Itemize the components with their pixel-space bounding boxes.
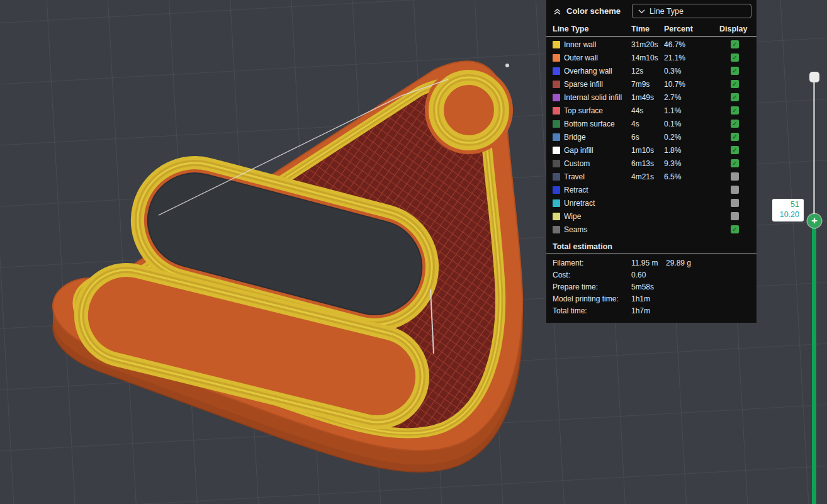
view-type-value: Line Type (650, 7, 684, 16)
estimation-row: Filament: 11.95 m 29.89 g (546, 257, 757, 269)
line-type-percent: 0.1% (664, 120, 719, 128)
line-type-table-header: Line Type Time Percent Display (546, 21, 757, 36)
add-color-change-button[interactable]: + (807, 214, 821, 228)
current-layer-number: 51 (777, 200, 799, 210)
line-type-time: 4s (631, 120, 664, 128)
line-type-percent: 10.7% (664, 80, 719, 89)
line-type-time: 1m49s (631, 93, 664, 102)
line-type-percent: 6.5% (664, 172, 719, 181)
estimation-label: Prepare time: (553, 283, 631, 291)
line-type-swatch (553, 107, 560, 115)
line-type-swatch (553, 67, 560, 75)
estimation-row: Total time: 1h7m (546, 305, 757, 316)
current-layer-height: 10.20 (777, 210, 799, 220)
view-type-dropdown[interactable]: Line Type (632, 4, 751, 18)
line-type-row: Unretract (546, 196, 757, 210)
line-type-label: Sparse infill (564, 80, 631, 89)
line-type-row: Bridge 6s 0.2% (546, 130, 757, 143)
line-type-time: 14m10s (631, 53, 664, 62)
line-type-time: 44s (631, 106, 664, 115)
estimation-value-2: 29.89 g (666, 259, 750, 267)
header-display: Display (719, 25, 750, 33)
line-type-percent: 1.8% (664, 146, 719, 155)
total-estimation-body: Filament: 11.95 m 29.89 g Cost: 0.60 Pre… (546, 257, 757, 316)
estimation-label: Model printing time: (553, 294, 631, 303)
display-checkbox[interactable] (731, 186, 739, 194)
total-estimation-title: Total estimation (546, 236, 757, 254)
estimation-value: 1h7m (631, 306, 666, 315)
line-type-label: Travel (564, 172, 631, 181)
estimation-row: Cost: 0.60 (546, 269, 757, 281)
line-type-swatch (553, 81, 560, 88)
line-type-label: Gap infill (564, 146, 631, 155)
display-checkbox[interactable] (731, 199, 739, 207)
display-checkbox[interactable] (731, 67, 739, 75)
estimation-value: 5m58s (631, 283, 666, 291)
line-type-label: Wipe (564, 212, 631, 221)
line-type-label: Retract (564, 186, 631, 194)
line-type-label: Outer wall (564, 53, 631, 62)
estimation-label: Filament: (553, 259, 631, 267)
line-type-percent: 1.1% (664, 106, 719, 115)
display-checkbox[interactable] (731, 212, 739, 220)
header-line-type: Line Type (553, 25, 631, 33)
layer-indicator: 51 10.20 (772, 199, 804, 221)
display-checkbox[interactable] (731, 172, 739, 181)
line-type-row: Custom 6m13s 9.3% (546, 157, 757, 170)
line-type-row: Outer wall 14m10s 21.1% (546, 51, 757, 64)
display-checkbox[interactable] (731, 80, 739, 88)
line-type-swatch (553, 226, 560, 233)
color-scheme-panel: Color scheme Line Type Line Type Time Pe… (546, 0, 757, 323)
line-type-swatch (553, 133, 560, 141)
line-type-row: Retract (546, 183, 757, 196)
line-type-swatch (553, 186, 560, 194)
line-type-row: Bottom surface 4s 0.1% (546, 117, 757, 130)
display-checkbox[interactable] (731, 133, 739, 141)
line-type-percent: 0.3% (664, 67, 719, 76)
layer-slider-fill (812, 221, 816, 504)
line-type-row: Gap infill 1m10s 1.8% (546, 143, 757, 157)
line-type-label: Inner wall (564, 40, 631, 49)
line-type-label: Unretract (564, 199, 631, 208)
line-type-time: 1m10s (631, 146, 664, 155)
display-checkbox[interactable] (731, 225, 739, 233)
display-checkbox[interactable] (731, 120, 739, 128)
line-type-swatch (553, 160, 560, 167)
line-type-row: Wipe (546, 210, 757, 223)
line-type-time: 7m9s (631, 80, 664, 89)
layer-slider-upper-handle[interactable] (809, 72, 819, 82)
line-type-swatch (553, 120, 560, 128)
line-type-time: 6s (631, 133, 664, 142)
line-type-time: 6m13s (631, 159, 664, 168)
line-type-label: Bottom surface (564, 120, 631, 128)
display-checkbox[interactable] (731, 146, 739, 154)
estimation-label: Total time: (553, 306, 631, 315)
line-type-time: 12s (631, 67, 664, 76)
estimation-value: 0.60 (631, 271, 666, 279)
display-checkbox[interactable] (731, 106, 739, 115)
line-type-swatch (553, 41, 560, 48)
display-checkbox[interactable] (731, 53, 739, 62)
line-type-row: Sparse infill 7m9s 10.7% (546, 77, 757, 91)
panel-header: Color scheme Line Type (546, 0, 757, 21)
line-type-row: Travel 4m21s 6.5% (546, 170, 757, 183)
display-checkbox[interactable] (731, 40, 739, 48)
line-type-time: 31m20s (631, 40, 664, 49)
chevron-down-icon (638, 9, 645, 14)
line-type-row: Seams (546, 223, 757, 236)
line-type-percent: 46.7% (664, 40, 719, 49)
line-type-swatch (553, 213, 560, 220)
circle-boss (425, 66, 513, 154)
line-type-percent: 2.7% (664, 93, 719, 102)
line-type-swatch (553, 147, 560, 154)
line-type-table-body: Inner wall 31m20s 46.7% Outer wall 14m10… (546, 38, 757, 236)
collapse-panel-icon[interactable] (553, 7, 562, 16)
display-checkbox[interactable] (731, 159, 739, 167)
estimation-value: 11.95 m (631, 259, 666, 267)
display-checkbox[interactable] (731, 93, 739, 101)
line-type-time: 4m21s (631, 172, 664, 181)
line-type-row: Overhang wall 12s 0.3% (546, 64, 757, 77)
seam-marker (505, 64, 509, 67)
panel-title: Color scheme (566, 6, 621, 16)
line-type-label: Custom (564, 159, 631, 168)
